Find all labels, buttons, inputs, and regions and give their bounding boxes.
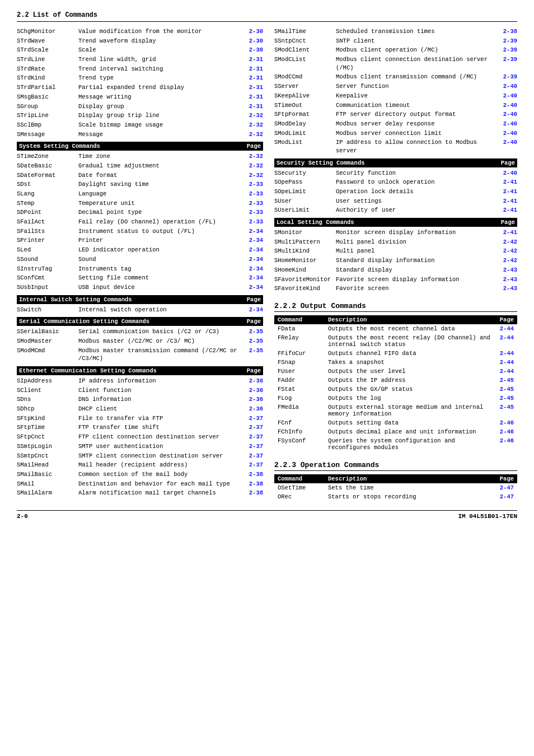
list-item: STrdPartial Partial expanded trend displ… bbox=[17, 83, 263, 92]
list-item: SSmtpCnct SMTP client connection destina… bbox=[17, 452, 263, 460]
list-item: SOpeLimit Operation lock details 2-41 bbox=[274, 188, 517, 196]
list-item: SMsgBasic Message writing 2-31 bbox=[17, 93, 263, 101]
list-item: SFavoriteMonitor Favorite screen display… bbox=[274, 276, 517, 284]
subsection-title: 2.2.2 Output Commands bbox=[274, 302, 517, 312]
list-item: SMailHead Mail header (recipient address… bbox=[17, 461, 263, 469]
list-item: SSclBmp Scale bitmap image usage 2-32 bbox=[17, 121, 263, 129]
list-item: SDns DNS information 2-36 bbox=[17, 395, 263, 404]
page-header: 2.2 List of Commands bbox=[17, 11, 517, 22]
command-table: CommandDescriptionPageFDataOutputs the m… bbox=[274, 315, 517, 452]
left-sections: System Setting CommandsPage STimeZone Ti… bbox=[17, 142, 263, 497]
subsection-223: 2.2.3 Operation CommandsCommandDescripti… bbox=[274, 461, 517, 501]
list-item: SFailAct Fail relay (DO channel) operati… bbox=[17, 218, 263, 226]
table-row: FStatOutputs the GX/GP status2-45 bbox=[274, 385, 517, 394]
list-item: SDst Daylight saving time 2-33 bbox=[17, 180, 263, 189]
section-header: System Setting CommandsPage bbox=[17, 142, 263, 151]
list-item: SModMCmd Modbus master transmission comm… bbox=[17, 347, 263, 363]
subsection-222: 2.2.2 Output CommandsCommandDescriptionP… bbox=[274, 302, 517, 452]
right-sections: Security Setting CommandsPage SSecurity … bbox=[274, 158, 517, 293]
list-item: SModLimit Modbus server connection limit… bbox=[274, 129, 517, 138]
list-item: SModClient Modbus client operation (/MC)… bbox=[274, 46, 517, 54]
list-item: SDateBasic Gradual time adjustment 2-32 bbox=[17, 162, 263, 170]
list-item: SMailTime Scheduled transmission times 2… bbox=[274, 27, 517, 36]
list-item: SFtpTime FTP transfer time shift 2-37 bbox=[17, 423, 263, 432]
list-item: SMessage Message 2-32 bbox=[17, 130, 263, 139]
table-row: FRelayOutputs the most recent relay (DO … bbox=[274, 333, 517, 349]
list-item: SChgMonitor Value modification from the … bbox=[17, 27, 263, 36]
list-item: SConfCmt Setting file comment 2-34 bbox=[17, 274, 263, 282]
right-column: SMailTime Scheduled transmission times 2… bbox=[274, 27, 517, 501]
list-item: SMailBasic Common section of the mail bo… bbox=[17, 470, 263, 479]
table-row: FSysConfQueries the system configuration… bbox=[274, 436, 517, 452]
list-item: SDateFormat Date format 2-32 bbox=[17, 171, 263, 180]
table-row: FChInfoOutputs decimal place and unit in… bbox=[274, 427, 517, 436]
table-row: FAddrOutputs the IP address2-45 bbox=[274, 376, 517, 385]
table-row: FDataOutputs the most recent channel dat… bbox=[274, 324, 517, 333]
list-item: SGroup Display group 2-31 bbox=[17, 102, 263, 111]
table-row: FLogOutputs the log2-45 bbox=[274, 394, 517, 403]
list-item: SUser User settings 2-41 bbox=[274, 197, 517, 206]
list-item: SModDelay Modbus server delay response 2… bbox=[274, 120, 517, 128]
table-row: FFifoCurOutputs channel FIFO data2-44 bbox=[274, 349, 517, 358]
list-item: SModList IP address to allow connection … bbox=[274, 138, 517, 155]
footer-right: IM 04L51B01-17EN bbox=[458, 513, 517, 520]
list-item: SFtpKind File to transfer via FTP 2-37 bbox=[17, 414, 263, 423]
list-item: SClient Client function 2-36 bbox=[17, 386, 263, 395]
table-header: Page bbox=[495, 474, 517, 483]
list-item: SSmtpLogin SMTP user authentication 2-37 bbox=[17, 442, 263, 451]
list-item: SSound Sound 2-34 bbox=[17, 255, 263, 264]
list-item: SUsbInput USB input device 2-34 bbox=[17, 283, 263, 292]
list-item: SSntpCnct SNTP client 2-39 bbox=[274, 37, 517, 45]
section-header: Security Setting CommandsPage bbox=[274, 158, 517, 167]
list-item: SMultiPattern Multi panel division 2-42 bbox=[274, 238, 517, 246]
table-header: Command bbox=[274, 315, 325, 324]
table-header: Description bbox=[325, 474, 495, 483]
list-item: SSwitch Internal switch operation 2-34 bbox=[17, 306, 263, 314]
list-item: SMonitor Monitor screen display informat… bbox=[274, 228, 517, 237]
list-item: STrdScale Scale 2-30 bbox=[17, 46, 263, 54]
table-header: Description bbox=[325, 315, 495, 324]
top-commands-right: SMailTime Scheduled transmission times 2… bbox=[274, 27, 517, 155]
list-item: STimeOut Communication timeout 2-40 bbox=[274, 101, 517, 110]
list-item: SHomeKind Standard display 2-43 bbox=[274, 266, 517, 274]
list-item: SFavoriteKind Favorite screen 2-43 bbox=[274, 284, 517, 293]
list-item: SMail Destination and behavior for each … bbox=[17, 480, 263, 488]
list-item: SHomeMonitor Standard display informatio… bbox=[274, 256, 517, 265]
list-item: SMailAlarm Alarm notification mail targe… bbox=[17, 489, 263, 497]
list-item: SFailSts Instrument status to output (/F… bbox=[17, 227, 263, 236]
list-item: STimeZone Time zone 2-32 bbox=[17, 152, 263, 161]
section-header: Local Setting CommandsPage bbox=[274, 218, 517, 227]
section-header: Serial Communication Setting CommandsPag… bbox=[17, 317, 263, 326]
list-item: STrdLine Trend line width, grid 2-31 bbox=[17, 55, 263, 64]
list-item: SMultiKind Multi panel 2-42 bbox=[274, 247, 517, 255]
table-row: FCnfOutputs setting data2-46 bbox=[274, 418, 517, 427]
page-footer: 2-6 IM 04L51B01-17EN bbox=[17, 510, 517, 520]
list-item: SSerialBasic Serial communication basics… bbox=[17, 328, 263, 336]
list-item: SLang Language 2-33 bbox=[17, 190, 263, 198]
list-item: SInstruTag Instruments tag 2-34 bbox=[17, 265, 263, 273]
list-item: STrdWave Trend waveform display 2-30 bbox=[17, 37, 263, 45]
list-item: SDPoint Decimal point type 2-33 bbox=[17, 208, 263, 217]
section-header: Ethernet Communication Setting CommandsP… bbox=[17, 366, 263, 375]
list-item: SServer Server function 2-40 bbox=[274, 82, 517, 91]
list-item: SModMaster Modbus master (/C2/MC or /C3/… bbox=[17, 337, 263, 346]
list-item: SIpAddress IP address information 2-36 bbox=[17, 377, 263, 385]
table-row: OSetTimeSets the time2-47 bbox=[274, 483, 517, 492]
table-row: ORecStarts or stops recording2-47 bbox=[274, 492, 517, 501]
table-row: FSnapTakes a snapshot2-44 bbox=[274, 358, 517, 367]
list-item: SModCCmd Modbus client transmission comm… bbox=[274, 73, 517, 81]
list-item: SFtpCnct FTP client connection destinati… bbox=[17, 433, 263, 441]
list-item: SPrinter Printer 2-34 bbox=[17, 236, 263, 245]
list-item: STripLine Display group trip line 2-32 bbox=[17, 111, 263, 120]
list-item: SSecurity Security function 2-40 bbox=[274, 169, 517, 178]
section-header: Internal Switch Setting CommandsPage bbox=[17, 295, 263, 304]
list-item: SOpePass Password to unlock operation 2-… bbox=[274, 178, 517, 186]
list-item: STrdKind Trend type 2-31 bbox=[17, 74, 263, 82]
table-header: Command bbox=[274, 474, 325, 483]
subsection-title: 2.2.3 Operation Commands bbox=[274, 461, 517, 471]
table-row: FMediaOutputs external storage medium an… bbox=[274, 403, 517, 418]
list-item: SDhcp DHCP client 2-36 bbox=[17, 405, 263, 413]
command-table: CommandDescriptionPageOSetTimeSets the t… bbox=[274, 474, 517, 501]
table-row: FUserOutputs the user level2-44 bbox=[274, 367, 517, 376]
list-item: SUserLimit Authority of user 2-41 bbox=[274, 206, 517, 214]
